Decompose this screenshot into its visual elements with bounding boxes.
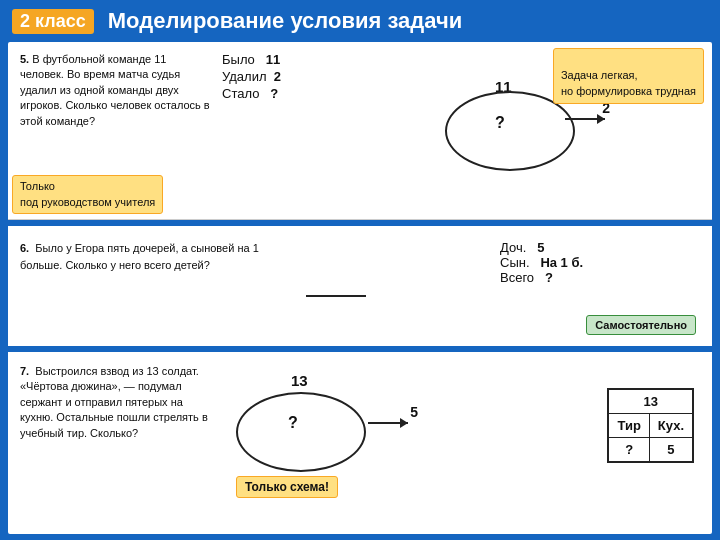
problem6-body: Было у Егора пять дочерей, а сыновей на … — [20, 242, 259, 271]
tir-label-cell: Тир — [608, 414, 649, 438]
doch-value: 5 — [537, 240, 544, 255]
problem6-text: 6. Было у Егора пять дочерей, а сыновей … — [16, 232, 296, 340]
vsego-row: Всего ? — [500, 270, 696, 285]
syn-label: Сын. — [500, 255, 530, 270]
grade-badge: 2 класс — [12, 9, 94, 34]
problem-7: 7. Выстроился взвод из 13 солдат. «Чёрто… — [8, 352, 712, 512]
problem5-data: Было 11 Удалил 2 Стало ? Только под руко… — [216, 48, 346, 213]
udalil-value: 2 — [274, 69, 281, 84]
problem6-right: Доч. 5 Сын. На 1 б. Всего ? Самостоятель… — [492, 232, 704, 340]
vsego-label: Всего — [500, 270, 534, 285]
problem7-body: Выстроился взвод из 13 солдат. «Чёртова … — [20, 365, 208, 439]
vsego-value: ? — [545, 270, 553, 285]
bylo-label: Было — [222, 52, 255, 67]
only-schema-button[interactable]: Только схема! — [236, 476, 338, 498]
problem7-diagram-area: 13 ? 5 Только схема! — [216, 358, 436, 506]
doch-row: Доч. 5 — [500, 240, 696, 255]
stalo-value: ? — [270, 86, 278, 101]
doch-label: Доч. — [500, 240, 526, 255]
problem5-body: В футбольной команде 11 человек. Во врем… — [20, 53, 210, 127]
udalil-label: Удалил — [222, 69, 267, 84]
problem-6: 6. Было у Егора пять дочерей, а сыновей … — [8, 226, 712, 346]
problem7-number: 7. — [20, 365, 29, 377]
problem5-number: 5. — [20, 53, 29, 65]
oval7-question: ? — [288, 414, 298, 432]
problem6-number: 6. — [20, 242, 29, 254]
samostoyatelno-badge: Самостоятельно — [586, 315, 696, 335]
oval-question: ? — [495, 114, 505, 132]
stalo-label: Стало — [222, 86, 259, 101]
oval7-top-label: 13 — [291, 372, 308, 389]
page-title: Моделирование условия задачи — [108, 8, 463, 34]
problem7-table: 13 Тир Кух. ? 5 — [607, 388, 694, 463]
main-content: 5. В футбольной команде 11 человек. Во в… — [8, 42, 712, 534]
syn-value: На 1 б. — [540, 255, 583, 270]
oval7-shape — [236, 392, 366, 472]
tir-value-cell: ? — [608, 438, 649, 463]
kuh-label-cell: Кух. — [649, 414, 693, 438]
header: 2 класс Моделирование условия задачи — [0, 0, 720, 42]
oval-diagram-7: 13 ? 5 — [236, 382, 416, 482]
arrow7-label: 5 — [410, 404, 418, 420]
problem7-right: 13 Тир Кух. ? 5 — [436, 358, 704, 506]
syn-row: Сын. На 1 б. — [500, 255, 696, 270]
bylo-value: 11 — [266, 52, 280, 67]
kuh-value-cell: 5 — [649, 438, 693, 463]
table7-header: 13 — [608, 389, 693, 414]
tooltip-easy-hard: Задача легкая, но формулировка трудная — [553, 48, 704, 104]
tolko-teacher-note: Только под руководством учителя — [12, 175, 163, 214]
arrow-right-5 — [565, 118, 605, 120]
arrow7-right — [368, 422, 408, 424]
problem-5: 5. В футбольной команде 11 человек. Во в… — [8, 42, 712, 220]
problem7-text: 7. Выстроился взвод из 13 солдат. «Чёрто… — [16, 358, 216, 506]
problem6-line — [306, 295, 366, 297]
